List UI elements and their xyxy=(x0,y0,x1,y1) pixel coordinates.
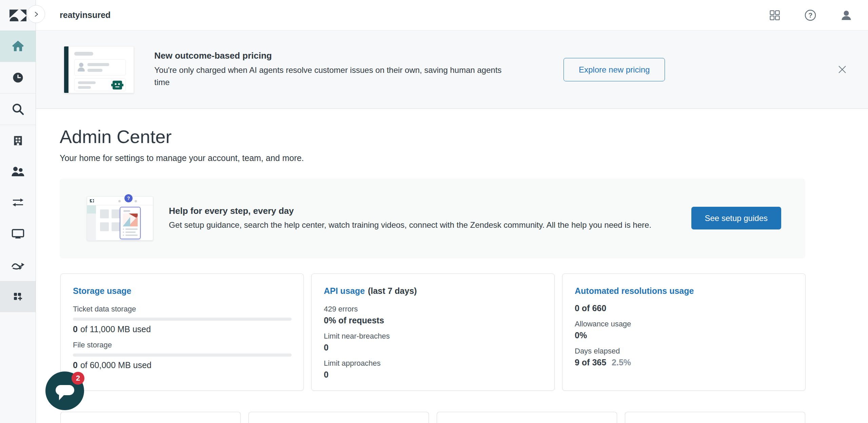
user-avatar-icon xyxy=(841,10,852,21)
app-switcher-button[interactable] xyxy=(770,10,780,20)
metric-label: 429 errors xyxy=(324,305,542,314)
setup-guides-panel: ? Help for every step, every day Get set… xyxy=(60,179,805,258)
pricing-banner: New outcome-based pricing You're only ch… xyxy=(36,31,868,109)
apps-plus-icon xyxy=(11,289,25,304)
setup-guides-body: Get setup guidance, search the help cent… xyxy=(169,219,677,231)
setup-guides-title: Help for every step, every day xyxy=(169,206,677,216)
api-usage-card: API usage(last 7 days) 429 errors 0% of … xyxy=(311,274,555,391)
people-icon xyxy=(11,164,25,179)
metric-label: Limit near-breaches xyxy=(324,332,542,341)
bottom-cards-row xyxy=(60,412,805,423)
account-name: reatyinsured xyxy=(60,10,111,20)
clock-icon xyxy=(11,70,25,85)
setup-card-art xyxy=(123,214,138,226)
profile-button[interactable] xyxy=(841,10,852,21)
metric-label: Limit approaches xyxy=(324,359,542,368)
api-usage-period: (last 7 days) xyxy=(368,286,417,296)
metric-value: 0% of requests xyxy=(324,316,542,325)
partial-card xyxy=(625,412,805,423)
metric-value: 0 xyxy=(324,343,542,352)
pricing-banner-text: New outcome-based pricing You're only ch… xyxy=(154,51,514,88)
mini-zendesk-logo-icon xyxy=(90,199,94,202)
storage-usage-card: Storage usage Ticket data storage 0of 11… xyxy=(60,274,304,391)
grid-icon xyxy=(770,10,780,20)
metric-value: 0of 11,000 MB used xyxy=(73,324,291,334)
pricing-banner-body: You're only charged when AI agents resol… xyxy=(154,64,514,88)
metric-label: Allowance usage xyxy=(575,320,793,328)
search-icon xyxy=(11,102,25,116)
home-icon xyxy=(11,39,25,53)
page-subtitle: Your home for settings to manage your ac… xyxy=(60,153,304,163)
automated-resolutions-card: Automated resolutions usage 0 of 660 All… xyxy=(562,274,806,391)
metric-value: 9 of 3652.5% xyxy=(575,358,793,367)
sidebar-expand-button[interactable] xyxy=(27,5,45,23)
setup-guides-text: Help for every step, every day Get setup… xyxy=(169,206,677,231)
help-button[interactable]: ? xyxy=(804,9,816,21)
sidebar-item-account[interactable] xyxy=(0,125,36,156)
partial-card xyxy=(60,412,241,423)
zendesk-logo-icon xyxy=(9,9,26,21)
partial-card xyxy=(249,412,429,423)
main-content: Admin Center Your home for settings to m… xyxy=(36,109,868,423)
sidebar-item-workspaces[interactable] xyxy=(0,219,36,250)
banner-close-button[interactable] xyxy=(837,65,847,74)
svg-text:?: ? xyxy=(808,12,812,19)
sidebar-item-objects-rules[interactable] xyxy=(0,250,36,281)
pricing-banner-illustration xyxy=(64,46,134,93)
metric-value: 0% xyxy=(575,330,793,340)
question-badge-icon: ? xyxy=(124,194,133,202)
explore-new-pricing-button[interactable]: Explore new pricing xyxy=(564,58,665,81)
sidebar-item-home[interactable] xyxy=(0,31,36,62)
ticket-storage-progress-bar xyxy=(73,318,292,321)
header-actions: ? xyxy=(770,9,852,21)
sidebar xyxy=(0,0,36,423)
swap-arrows-icon xyxy=(11,196,25,210)
sidebar-item-channels[interactable] xyxy=(0,187,36,219)
building-icon xyxy=(11,134,25,148)
api-usage-link[interactable]: API usage xyxy=(324,286,365,296)
monitor-icon xyxy=(11,227,25,242)
robot-icon xyxy=(111,80,123,90)
metric-value: 0 xyxy=(324,370,542,380)
top-header: reatyinsured ? xyxy=(36,0,868,31)
automated-resolutions-link[interactable]: Automated resolutions usage xyxy=(575,286,694,296)
file-storage-progress-bar xyxy=(73,354,292,357)
usage-cards-row: Storage usage Ticket data storage 0of 11… xyxy=(60,274,806,391)
metric-label: Days elapsed xyxy=(575,347,793,356)
chat-unread-badge: 2 xyxy=(72,372,84,385)
help-icon: ? xyxy=(804,9,816,21)
sidebar-item-search[interactable] xyxy=(0,94,36,125)
see-setup-guides-button[interactable]: See setup guides xyxy=(691,207,781,229)
close-icon xyxy=(837,65,847,74)
chevron-right-icon xyxy=(33,11,39,17)
chat-widget-launcher[interactable]: 2 xyxy=(45,371,84,410)
metric-value: 0 of 660 xyxy=(575,303,793,313)
storage-usage-link[interactable]: Storage usage xyxy=(73,286,131,296)
metric-label: File storage xyxy=(73,341,291,349)
partial-card xyxy=(437,412,617,423)
metric-value: 0of 60,000 MB used xyxy=(73,360,291,370)
sidebar-item-recently-viewed[interactable] xyxy=(0,62,36,93)
pricing-banner-title: New outcome-based pricing xyxy=(154,51,514,61)
metric-label: Ticket data storage xyxy=(73,305,291,314)
flow-icon xyxy=(11,258,25,273)
sidebar-item-apps-integrations[interactable] xyxy=(0,281,36,312)
sidebar-item-people[interactable] xyxy=(0,156,36,187)
page-title: Admin Center xyxy=(60,126,172,147)
admin-center-app: reatyinsured ? xyxy=(0,0,868,423)
setup-guides-illustration: ? xyxy=(87,196,153,241)
